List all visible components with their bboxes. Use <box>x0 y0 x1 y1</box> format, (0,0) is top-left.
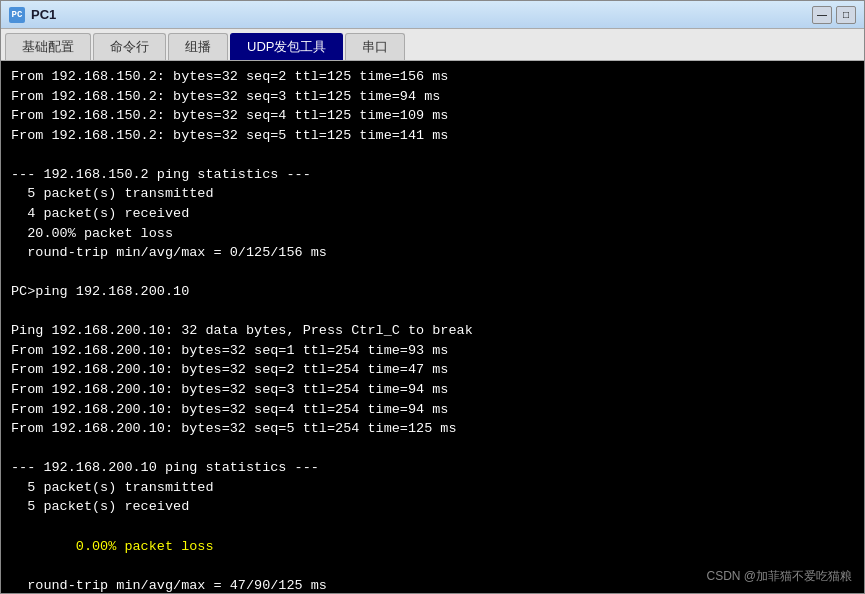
terminal-line: --- 192.168.150.2 ping statistics --- <box>11 165 854 185</box>
terminal-line: From 192.168.150.2: bytes=32 seq=2 ttl=1… <box>11 67 854 87</box>
terminal-line: From 192.168.200.10: bytes=32 seq=2 ttl=… <box>11 360 854 380</box>
main-window: PC PC1 — □ 基础配置 命令行 组播 UDP发包工具 串口 From 1… <box>0 0 865 594</box>
tab-command-line[interactable]: 命令行 <box>93 33 166 60</box>
terminal-line: From 192.168.150.2: bytes=32 seq=4 ttl=1… <box>11 106 854 126</box>
terminal-line: From 192.168.200.10: bytes=32 seq=3 ttl=… <box>11 380 854 400</box>
terminal-line: 20.00% packet loss <box>11 224 854 244</box>
terminal-line <box>11 263 854 283</box>
title-bar: PC PC1 — □ <box>1 1 864 29</box>
terminal-line: 5 packet(s) transmitted <box>11 184 854 204</box>
terminal-line: From 192.168.200.10: bytes=32 seq=4 ttl=… <box>11 400 854 420</box>
terminal-line: 5 packet(s) transmitted <box>11 478 854 498</box>
terminal-line: round-trip min/avg/max = 0/125/156 ms <box>11 243 854 263</box>
terminal-line: Ping 192.168.200.10: 32 data bytes, Pres… <box>11 321 854 341</box>
tab-multicast[interactable]: 组播 <box>168 33 228 60</box>
terminal-line: 4 packet(s) received <box>11 204 854 224</box>
tab-serial[interactable]: 串口 <box>345 33 405 60</box>
terminal-line: --- 192.168.200.10 ping statistics --- <box>11 458 854 478</box>
tab-bar: 基础配置 命令行 组播 UDP发包工具 串口 <box>1 29 864 61</box>
window-icon: PC <box>9 7 25 23</box>
terminal-line: From 192.168.200.10: bytes=32 seq=1 ttl=… <box>11 341 854 361</box>
terminal-line <box>11 145 854 165</box>
window-controls: — □ <box>812 6 856 24</box>
window-title: PC1 <box>31 7 812 22</box>
terminal-line: 5 packet(s) received <box>11 497 854 517</box>
terminal-line <box>11 439 854 459</box>
tab-udp-tool[interactable]: UDP发包工具 <box>230 33 343 60</box>
terminal-line: PC>ping 192.168.200.10 <box>11 282 854 302</box>
minimize-button[interactable]: — <box>812 6 832 24</box>
tab-basic-config[interactable]: 基础配置 <box>5 33 91 60</box>
terminal-area[interactable]: From 192.168.150.2: bytes=32 seq=2 ttl=1… <box>1 61 864 593</box>
maximize-button[interactable]: □ <box>836 6 856 24</box>
terminal-line: From 192.168.200.10: bytes=32 seq=5 ttl=… <box>11 419 854 439</box>
terminal-line <box>11 302 854 322</box>
terminal-line: From 192.168.150.2: bytes=32 seq=3 ttl=1… <box>11 87 854 107</box>
watermark: CSDN @加菲猫不爱吃猫粮 <box>706 568 852 585</box>
terminal-line: From 192.168.150.2: bytes=32 seq=5 ttl=1… <box>11 126 854 146</box>
